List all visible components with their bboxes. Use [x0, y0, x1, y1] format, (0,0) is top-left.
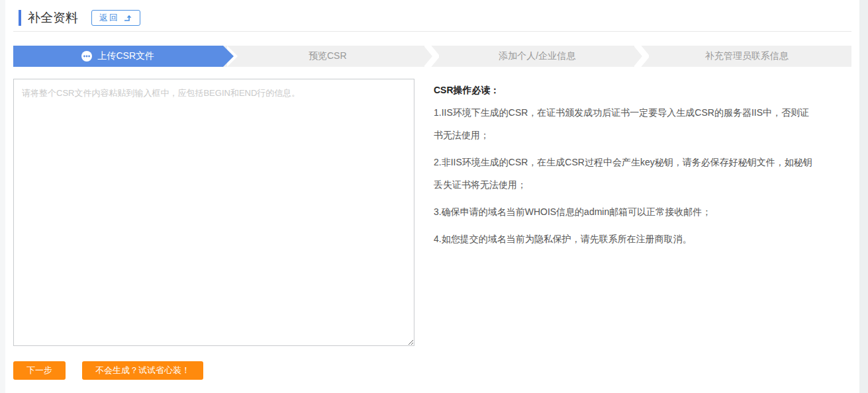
step-label: 上传CSR文件 — [97, 50, 154, 62]
step-admin-contact: 补充管理员联系信息 — [642, 46, 852, 67]
easy-install-button[interactable]: 不会生成？试试省心装！ — [82, 361, 203, 380]
return-arrow-icon — [124, 15, 132, 22]
page-header: 补全资料 返回 — [13, 9, 851, 26]
page-title: 补全资料 — [19, 10, 78, 26]
step-arrow-icon — [223, 46, 234, 67]
wizard-stepper: 上传CSR文件 预览CSR 添加个人/企业信息 补充管理员联系信息 — [13, 46, 851, 67]
chevron-right-icon — [634, 46, 648, 69]
notice-item: 1.IIS环境下生成的CSR，在证书颁发成功后证书一定要导入生成CSR的服务器I… — [434, 101, 818, 146]
step-preview-csr: 预览CSR — [223, 46, 433, 67]
page-edge-left — [0, 0, 5, 393]
step-label: 补充管理员联系信息 — [705, 50, 789, 62]
step-upload-csr: 上传CSR文件 — [13, 46, 223, 67]
back-button[interactable]: 返回 — [91, 10, 140, 26]
notice-item: 4.如您提交的域名当前为隐私保护，请先联系所在注册商取消。 — [434, 228, 818, 250]
page-edge-right — [859, 0, 868, 393]
notice-item: 2.非IIS环境生成的CSR，在生成CSR过程中会产生key秘钥，请务必保存好秘… — [434, 151, 818, 196]
main-area: CSR操作必读： 1.IIS环境下生成的CSR，在证书颁发成功后证书一定要导入生… — [13, 79, 851, 346]
content-area: 补全资料 返回 上传CSR文件 — [5, 0, 859, 380]
notice-heading: CSR操作必读： — [434, 79, 818, 101]
back-button-label: 返回 — [99, 12, 119, 24]
next-step-button[interactable]: 下一步 — [13, 361, 66, 380]
notice-item: 3.确保申请的域名当前WHOIS信息的admin邮箱可以正常接收邮件； — [434, 200, 818, 223]
step-add-info: 添加个人/企业信息 — [432, 46, 642, 67]
step-label: 添加个人/企业信息 — [499, 50, 575, 62]
action-bar: 下一步 不会生成？试试省心装！ — [13, 361, 851, 380]
csr-input[interactable] — [13, 79, 414, 346]
chevron-right-icon — [424, 46, 439, 69]
csr-notice-panel: CSR操作必读： 1.IIS环境下生成的CSR，在证书颁发成功后证书一定要导入生… — [434, 79, 818, 255]
header-divider — [13, 31, 851, 32]
step-label: 预览CSR — [309, 50, 347, 62]
ellipsis-icon — [81, 51, 92, 62]
